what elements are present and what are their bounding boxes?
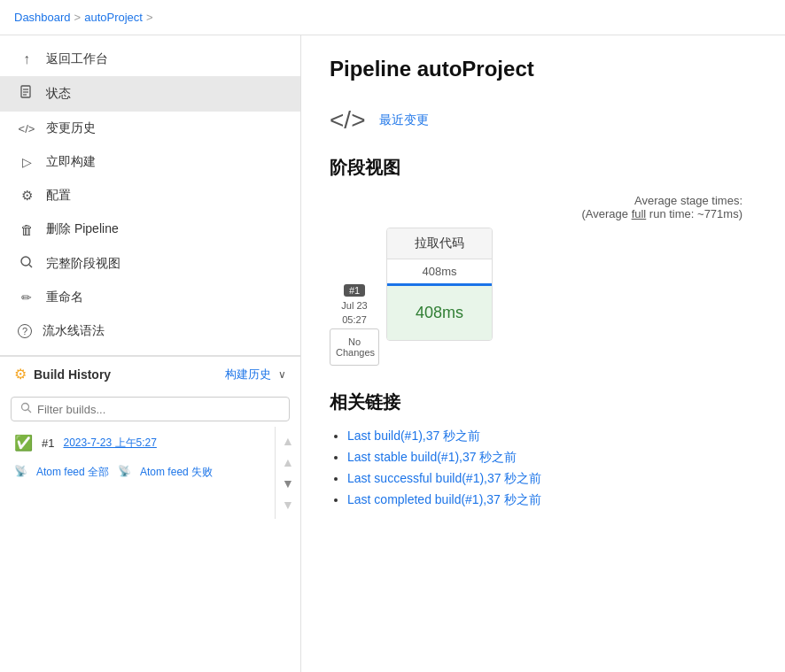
- page-title: Pipeline autoProject: [330, 57, 757, 81]
- stage-card-avg: 408ms: [387, 259, 492, 286]
- avg-full-run: (Average full run time: ~771ms): [581, 207, 742, 220]
- chevron-down-icon[interactable]: ∨: [278, 368, 286, 381]
- main-layout: ↑ 返回工作台 状态 </> 变更历史 ▷: [0, 35, 785, 672]
- sidebar-item-delete[interactable]: 🗑 删除 Pipeline: [0, 212, 300, 246]
- build-search-box: [11, 397, 290, 421]
- last-completed-link[interactable]: Last completed build(#1),37 秒之前: [347, 492, 541, 506]
- sidebar-item-syntax[interactable]: ? 流水线语法: [0, 314, 300, 348]
- list-item: Last stable build(#1),37 秒之前: [347, 450, 757, 466]
- sidebar-item-delete-label: 删除 Pipeline: [46, 221, 119, 237]
- pencil-icon: ✏: [18, 290, 35, 305]
- avg-stage-label: Average stage times:: [634, 194, 742, 207]
- breadcrumb-sep1: >: [74, 11, 82, 24]
- help-icon: ?: [18, 324, 32, 338]
- build-entry: #1 Jul 23 05:27 NoChanges: [330, 228, 379, 366]
- content-area: Pipeline autoProject </> 最近变更 阶段视图 Avera…: [301, 35, 785, 672]
- build-item[interactable]: ✅ #1 2023-7-23 上午5:27: [0, 427, 275, 460]
- stage-avg-times: Average stage times: (Average full run t…: [330, 194, 757, 220]
- sidebar-item-build-label: 立即构建: [46, 154, 96, 170]
- sidebar-item-back[interactable]: ↑ 返回工作台: [0, 42, 300, 76]
- list-item: Last completed build(#1),37 秒之前: [347, 492, 757, 508]
- atom-feed-all-link[interactable]: Atom feed 全部: [36, 465, 109, 480]
- build-date-label: Jul 23: [341, 300, 367, 311]
- stage-card-header: 拉取代码: [387, 228, 492, 259]
- last-successful-link[interactable]: Last successful build(#1),37 秒之前: [347, 471, 541, 485]
- sidebar-item-rename[interactable]: ✏ 重命名: [0, 281, 300, 314]
- list-item: Last build(#1),37 秒之前: [347, 429, 757, 444]
- scroll-up-single-arrow[interactable]: ▲: [277, 452, 299, 473]
- code-icon: </>: [18, 122, 35, 135]
- svg-point-4: [21, 257, 30, 266]
- build-history-header: ⚙ Build History 构建历史 ∨: [0, 356, 300, 391]
- sidebar-item-syntax-label: 流水线语法: [43, 323, 105, 339]
- scroll-down-single-arrow[interactable]: ▼: [277, 473, 299, 494]
- search-icon: [18, 255, 35, 272]
- list-item: Last successful build(#1),37 秒之前: [347, 471, 757, 487]
- rss-icon-fail: 📡: [118, 465, 131, 480]
- build-badge: #1: [344, 284, 365, 297]
- build-filter-input[interactable]: [37, 403, 280, 416]
- scroll-up-arrow[interactable]: ▲: [277, 430, 299, 452]
- stage-card-value[interactable]: 408ms: [387, 286, 492, 340]
- build-success-icon: ✅: [14, 434, 33, 452]
- svg-line-5: [29, 265, 32, 267]
- recent-changes-link[interactable]: 最近变更: [379, 112, 429, 128]
- breadcrumb-sep2: >: [146, 11, 153, 24]
- build-time-label: 05:27: [342, 314, 367, 325]
- build-history-gear-icon: ⚙: [14, 366, 27, 382]
- related-links: Last build(#1),37 秒之前 Last stable build(…: [330, 429, 757, 508]
- svg-point-6: [22, 404, 29, 411]
- build-date-link[interactable]: 2023-7-23 上午5:27: [63, 436, 156, 451]
- build-list-row: ✅ #1 2023-7-23 上午5:27 📡 Atom feed 全部 📡 A…: [0, 427, 300, 519]
- last-build-link[interactable]: Last build(#1),37 秒之前: [347, 429, 480, 443]
- atom-feeds: 📡 Atom feed 全部 📡 Atom feed 失败: [0, 460, 275, 489]
- stage-view: Average stage times: (Average full run t…: [330, 194, 757, 366]
- sidebar-item-changes[interactable]: </> 变更历史: [0, 112, 300, 145]
- build-number: #1: [42, 436, 54, 450]
- build-list: ✅ #1 2023-7-23 上午5:27 📡 Atom feed 全部 📡 A…: [0, 427, 275, 519]
- scroll-down-arrow[interactable]: ▼: [277, 494, 299, 515]
- related-links-title: 相关链接: [330, 390, 757, 414]
- sidebar-item-config[interactable]: ⚙ 配置: [0, 179, 300, 212]
- rss-icon-all: 📡: [14, 465, 27, 480]
- stage-view-title: 阶段视图: [330, 156, 757, 180]
- document-icon: [18, 85, 35, 103]
- scroll-arrows: ▲ ▲ ▼ ▼: [275, 427, 300, 519]
- code-bracket-icon: </>: [330, 106, 365, 135]
- play-icon: ▷: [18, 155, 35, 169]
- svg-line-7: [28, 410, 32, 413]
- breadcrumb-dashboard[interactable]: Dashboard: [14, 11, 71, 24]
- sidebar-item-full-stage[interactable]: 完整阶段视图: [0, 246, 300, 281]
- sidebar-item-config-label: 配置: [46, 188, 71, 204]
- search-icon: [20, 402, 32, 416]
- breadcrumb-bar: Dashboard > autoProject >: [0, 0, 785, 35]
- stage-card: 拉取代码 408ms 408ms: [386, 228, 493, 341]
- sidebar-item-status-label: 状态: [46, 86, 71, 102]
- build-history-section: ⚙ Build History 构建历史 ∨ ✅ #1: [0, 355, 300, 519]
- sidebar-item-rename-label: 重命名: [46, 290, 83, 305]
- code-section: </> 最近变更: [330, 106, 757, 135]
- sidebar-item-build[interactable]: ▷ 立即构建: [0, 145, 300, 179]
- atom-feed-fail-link[interactable]: Atom feed 失败: [140, 465, 213, 480]
- stage-grid: #1 Jul 23 05:27 NoChanges 拉取代码 408ms 408…: [330, 228, 757, 366]
- breadcrumb-project[interactable]: autoProject: [84, 11, 143, 24]
- last-stable-link[interactable]: Last stable build(#1),37 秒之前: [347, 450, 517, 464]
- build-history-title: Build History: [34, 367, 218, 382]
- sidebar-nav: ↑ 返回工作台 状态 </> 变更历史 ▷: [0, 35, 300, 355]
- sidebar-item-full-stage-label: 完整阶段视图: [46, 256, 120, 272]
- related-links-list: Last build(#1),37 秒之前 Last stable build(…: [330, 429, 757, 508]
- gear-icon: ⚙: [18, 188, 35, 204]
- trash-icon: 🗑: [18, 222, 35, 237]
- up-arrow-icon: ↑: [18, 51, 35, 67]
- no-changes-box[interactable]: NoChanges: [330, 328, 379, 366]
- sidebar-item-status[interactable]: 状态: [0, 76, 300, 112]
- build-history-link[interactable]: 构建历史: [225, 367, 271, 382]
- sidebar-item-changes-label: 变更历史: [46, 120, 96, 136]
- sidebar: ↑ 返回工作台 状态 </> 变更历史 ▷: [0, 35, 301, 672]
- full-underline: full: [632, 207, 647, 220]
- sidebar-item-back-label: 返回工作台: [46, 51, 108, 67]
